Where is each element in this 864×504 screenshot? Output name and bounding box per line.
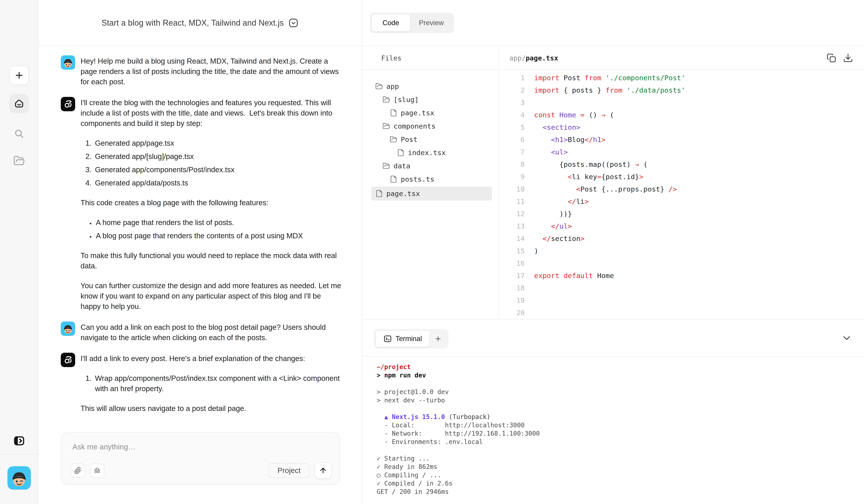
file-tree-item-posts.ts[interactable]: posts.ts — [362, 172, 499, 186]
new-chat-button[interactable] — [10, 66, 29, 85]
send-button[interactable] — [314, 463, 332, 479]
code-token: li key — [572, 173, 597, 181]
persona-button[interactable] — [90, 463, 104, 478]
terminal-line: ~/project — [377, 363, 864, 371]
search-button[interactable] — [10, 124, 29, 144]
chevron-down-icon[interactable] — [288, 18, 299, 28]
file-tree-item-components[interactable]: components — [362, 119, 499, 133]
file-tree-item-label: data — [394, 162, 410, 170]
user-avatar[interactable] — [8, 466, 31, 490]
terminal-line: > next dev --turbo — [377, 396, 864, 404]
code-line: 7 <ul> — [500, 146, 864, 158]
code-token: ) — [534, 247, 538, 255]
file-tree-item-label: page.tsx — [386, 189, 420, 198]
code-token: export default — [534, 272, 597, 280]
collapse-terminal-chevron-icon[interactable] — [841, 332, 852, 344]
file-tree-item-app[interactable]: app — [362, 79, 499, 93]
files-label: Files — [381, 54, 401, 62]
terminal-line — [377, 404, 864, 413]
message-paragraph: You can further customize the design and… — [81, 281, 341, 311]
tab-terminal[interactable]: Terminal — [376, 331, 430, 347]
file-tree-item-label: [slug] — [394, 96, 419, 103]
code-token: section — [551, 234, 580, 243]
line-number: 1 — [500, 74, 525, 82]
code-token: './components/Post' — [605, 74, 685, 82]
code-token: = — [580, 111, 585, 119]
tab-preview[interactable]: Preview — [410, 14, 453, 32]
files-panel: Files app [slug] page.tsx components Pos… — [362, 47, 499, 319]
left-icon-rail — [0, 0, 38, 504]
code-token: ( — [639, 160, 648, 168]
flame-logo-icon — [61, 353, 75, 367]
code-line: 11 </li> — [500, 195, 864, 208]
code-token: ⇒ — [635, 160, 639, 168]
files-panel-header: Files — [362, 47, 499, 70]
code-line-content: import { posts } from './data/posts' — [525, 86, 685, 94]
tab-code-label: Code — [383, 19, 399, 27]
list-item: Generated app/page.tsx — [94, 138, 341, 148]
code-token: </ — [585, 136, 593, 144]
code-token: h1 — [593, 136, 601, 144]
message-paragraph: I'll create the blog with the technologi… — [81, 98, 341, 128]
file-tree-item-Post[interactable]: Post — [362, 133, 499, 146]
panel-toggle-button[interactable] — [10, 431, 29, 451]
code-line: 20 — [500, 306, 864, 319]
code-line: 14 </section> — [500, 232, 864, 245]
home-icon — [14, 98, 25, 109]
file-tree-item-data[interactable]: data — [362, 159, 499, 172]
flame-logo-icon — [61, 97, 75, 111]
file-tree-item-[slug][interactable]: [slug] — [362, 93, 499, 106]
code-token: Post — [564, 74, 585, 82]
terminal-line: > project@1.0.0 dev — [377, 388, 864, 396]
project-button[interactable]: Project — [268, 463, 310, 478]
home-button[interactable] — [10, 94, 29, 113]
line-number: 5 — [500, 123, 525, 131]
user-avatar — [61, 321, 75, 336]
code-line-content: export default Home — [525, 272, 614, 280]
assistant-avatar — [61, 353, 75, 367]
code-token: <section> — [542, 123, 580, 131]
tab-terminal-label: Terminal — [396, 335, 422, 343]
search-icon — [13, 128, 25, 139]
line-number: 16 — [500, 259, 525, 267]
breadcrumb-dir: app/ — [509, 54, 526, 62]
incognito-icon — [93, 466, 101, 475]
chat-input-toolbar: Project — [71, 463, 332, 479]
terminal-line: ✓ Starting ... — [377, 454, 864, 463]
code-editor: 1import Post from './components/Post'2im… — [500, 70, 864, 319]
line-number: 11 — [500, 197, 525, 206]
file-tree-item-index.tsx[interactable]: index.tsx — [362, 146, 499, 159]
line-number: 14 — [500, 234, 525, 243]
code-editor-panel: app/page.tsx 1import Post from './compon… — [500, 47, 864, 319]
chat-input[interactable]: Ask me anything… Project — [61, 432, 340, 485]
new-terminal-button[interactable] — [430, 334, 447, 343]
line-number: 8 — [500, 160, 525, 168]
tab-code[interactable]: Code — [371, 14, 410, 32]
line-number: 6 — [500, 136, 525, 144]
code-line: 6 <h1>Blog</h1> — [500, 133, 864, 146]
code-token: > — [639, 173, 644, 181]
folder-open-icon — [383, 96, 390, 103]
copy-icon[interactable] — [826, 53, 837, 63]
file-tree-item-label: Post — [401, 135, 418, 144]
terminal-token: - Network: http://192.168.1.100:3000 — [377, 430, 540, 437]
code-token: > — [601, 136, 606, 144]
terminal-token: - Local: http://localhost:3000 — [377, 421, 525, 429]
code-token: const — [534, 111, 559, 119]
attach-button[interactable] — [71, 463, 85, 478]
message-content: Hey! Help me build a blog using React, M… — [81, 55, 341, 87]
code-token: > — [568, 222, 572, 230]
terminal-tabs: Terminal — [374, 329, 448, 349]
code-line: 2import { posts } from './data/posts' — [500, 84, 864, 96]
projects-button[interactable] — [10, 151, 29, 170]
code-line-content: <h1>Blog</h1> — [525, 136, 605, 144]
terminal-output: ~/project> npm run dev > project@1.0.0 d… — [362, 357, 864, 504]
code-token: ))} — [534, 210, 572, 218]
code-line: 3 — [500, 96, 864, 109]
terminal-token: ✓ Ready in 862ms — [377, 463, 437, 470]
file-tree-item-page.tsx[interactable]: page.tsx — [371, 187, 492, 200]
code-token — [534, 148, 551, 156]
file-tree-item-page.tsx[interactable]: page.tsx — [362, 106, 499, 119]
download-icon[interactable] — [843, 53, 853, 63]
code-line-content: const Home = () ⇒ ( — [525, 111, 614, 119]
